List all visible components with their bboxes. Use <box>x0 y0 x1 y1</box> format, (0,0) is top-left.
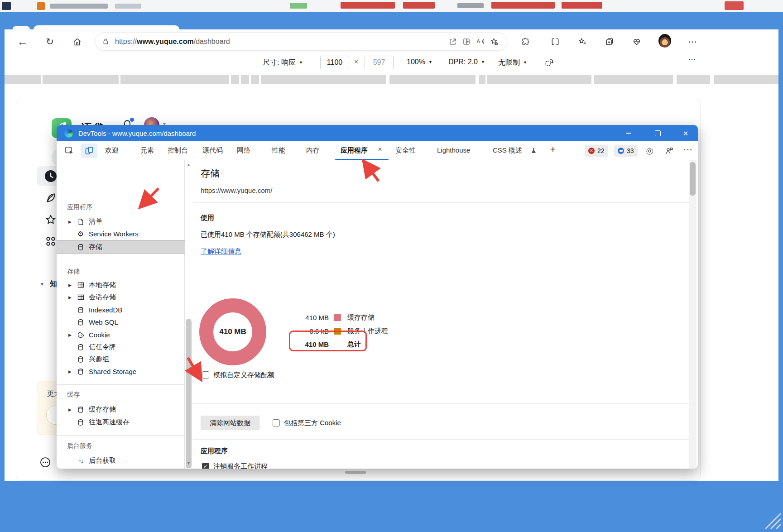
tree-item-indexeddb[interactable]: IndexedDB <box>57 304 185 316</box>
browser-essentials-icon[interactable] <box>630 35 643 48</box>
tree-item-background-sync[interactable]: ↻ 后台同步 <box>57 467 185 469</box>
database-icon <box>77 418 85 427</box>
database-icon <box>77 243 85 251</box>
sidebar-divider <box>57 435 185 436</box>
tree-item-background-fetch[interactable]: ↑↓ 后台获取 <box>57 455 185 467</box>
scrollbar-thumb[interactable] <box>690 162 696 196</box>
tab-welcome[interactable]: 欢迎 <box>105 146 119 155</box>
background-window-fragment <box>115 4 141 9</box>
divider <box>193 403 689 404</box>
tree-item-websql[interactable]: Web SQL <box>57 316 185 328</box>
tab-application-close-icon[interactable]: ✕ <box>378 146 382 153</box>
sidebar-scrollbar[interactable]: ▲ ▼ <box>185 160 193 469</box>
devtools-minimize-button[interactable] <box>622 129 635 138</box>
tab-security[interactable]: 安全性 <box>395 146 416 155</box>
devtools-maximize-button[interactable] <box>651 127 664 139</box>
scroll-up-icon[interactable]: ▲ <box>187 163 191 167</box>
clear-site-data-button[interactable]: 清除网站数据 <box>201 416 259 430</box>
back-icon[interactable]: ← <box>16 35 29 48</box>
viewport-width-input[interactable] <box>320 56 349 69</box>
address-bar[interactable]: https://www.yuque.com/dashboard A <box>95 32 507 51</box>
tab-console[interactable]: 控制台 <box>168 146 188 155</box>
rotate-device-icon[interactable] <box>544 58 554 67</box>
background-window-fragment <box>37 2 45 10</box>
read-aloud-icon[interactable]: A <box>473 37 487 46</box>
dpr-dropdown[interactable]: DPR: 2.0▼ <box>448 58 485 66</box>
collections-icon[interactable] <box>603 35 616 48</box>
tab-network[interactable]: 网络 <box>237 146 250 155</box>
main-scrollbar[interactable] <box>689 160 697 469</box>
tab-css-overview[interactable]: CSS 概述 <box>493 146 522 155</box>
unregister-sw-checkbox[interactable]: ✓ <box>202 463 209 469</box>
address-url[interactable]: https://www.yuque.com/dashboard <box>115 38 446 46</box>
tab-memory[interactable]: 内存 <box>306 146 320 155</box>
clock-icon <box>44 169 58 183</box>
chevron-down-icon: ▼ <box>428 60 432 64</box>
extensions-icon[interactable] <box>519 35 532 48</box>
throttling-dropdown[interactable]: 无限制▼ <box>498 58 527 67</box>
tab-elements[interactable]: 元素 <box>140 146 154 155</box>
home-icon[interactable] <box>71 35 83 48</box>
zoom-dropdown[interactable]: 100%▼ <box>407 58 432 66</box>
split-screen-icon[interactable] <box>549 35 562 48</box>
tree-item-local-storage[interactable]: ▶ 本地存储 <box>57 279 185 291</box>
expand-arrow-icon[interactable]: ▶ <box>68 295 75 300</box>
tree-item-cookie[interactable]: ▶ Cookie <box>57 329 185 341</box>
updown-arrows-icon: ↑↓ <box>77 457 85 465</box>
issues-badge[interactable]: 33 <box>614 145 638 157</box>
share-icon[interactable] <box>446 38 460 46</box>
viewport-resize-handle[interactable] <box>345 471 366 474</box>
error-badge[interactable]: ✕ 22 <box>585 145 608 157</box>
scrollbar-thumb[interactable] <box>186 319 192 468</box>
devtools-more-icon[interactable]: ⋯ <box>683 144 693 155</box>
tab-application[interactable]: 应用程序 <box>341 146 368 155</box>
expand-arrow-icon[interactable]: ▶ <box>68 333 75 337</box>
more-tabs-add-icon[interactable]: + <box>550 144 556 155</box>
favorite-add-icon[interactable] <box>487 37 500 46</box>
tree-item-cache-storage[interactable]: ▶ 缓存存储 <box>57 403 185 416</box>
tree-item-back-forward-cache[interactable]: 往返高速缓存 <box>57 416 185 428</box>
expand-arrow-icon[interactable]: ▶ <box>68 407 75 412</box>
chevron-down-icon: ▼ <box>40 282 44 287</box>
scroll-down-icon[interactable]: ▼ <box>187 461 191 465</box>
tab-performance[interactable]: 性能 <box>272 146 285 155</box>
tab-sources[interactable]: 源代码 <box>202 146 223 155</box>
device-size-dropdown[interactable]: 尺寸: 响应▼ <box>263 58 303 67</box>
database-icon <box>77 318 85 326</box>
refresh-icon[interactable]: ↻ <box>43 35 56 48</box>
tree-item-session-storage[interactable]: ▶ 会话存储 <box>57 291 185 303</box>
tree-item-storage[interactable]: 存储 <box>57 240 185 254</box>
sidebar-divider <box>57 262 185 262</box>
star-icon <box>44 213 58 226</box>
expand-arrow-icon[interactable]: ▶ <box>68 283 75 288</box>
window-resize-grip[interactable] <box>763 510 782 530</box>
pane-title: 存储 <box>201 167 220 180</box>
favorites-icon[interactable] <box>576 35 589 48</box>
expand-arrow-icon[interactable]: ▶ <box>68 369 75 374</box>
settings-gear-icon[interactable] <box>644 145 655 157</box>
expand-arrow-icon[interactable]: ▶ <box>68 220 75 224</box>
devtools-titlebar: DevTools - www.yuque.com/dashboard ✕ <box>57 125 698 141</box>
devtools-close-button[interactable]: ✕ <box>679 127 692 139</box>
device-toolbar-more-icon[interactable]: ⋯ <box>688 55 696 64</box>
tree-item-interest-groups[interactable]: 兴趣组 <box>57 353 185 365</box>
background-window-fragment <box>725 1 744 10</box>
lock-icon[interactable] <box>102 38 110 45</box>
feedback-icon[interactable] <box>663 145 675 157</box>
tab-lighthouse[interactable]: Lighthouse <box>437 146 470 154</box>
tree-item-manifest[interactable]: ▶ 清单 <box>57 216 185 228</box>
viewport-height-input[interactable] <box>365 56 394 69</box>
database-icon <box>77 406 85 414</box>
tree-item-service-workers[interactable]: ⚙ Service Workers <box>57 228 185 240</box>
third-party-cookie-checkbox[interactable] <box>273 419 280 427</box>
profile-avatar[interactable] <box>658 34 671 47</box>
split-window-icon[interactable] <box>460 38 473 46</box>
device-toolbar-toggle-icon[interactable] <box>81 144 97 158</box>
settings-more-icon[interactable]: ⋯ <box>687 35 699 48</box>
origin-url: https://www.yuque.com/ <box>201 187 272 194</box>
tree-item-shared-storage[interactable]: ▶ Shared Storage <box>57 365 185 378</box>
learn-more-link[interactable]: 了解详细信息 <box>201 247 241 256</box>
device-emulation-toolbar: 尺寸: 响应▼ × 100%▼ DPR: 2.0▼ 无限制▼ ⋯ <box>5 53 778 73</box>
tree-item-trust-tokens[interactable]: 信任令牌 <box>57 341 185 353</box>
inspect-element-icon[interactable] <box>63 145 76 157</box>
